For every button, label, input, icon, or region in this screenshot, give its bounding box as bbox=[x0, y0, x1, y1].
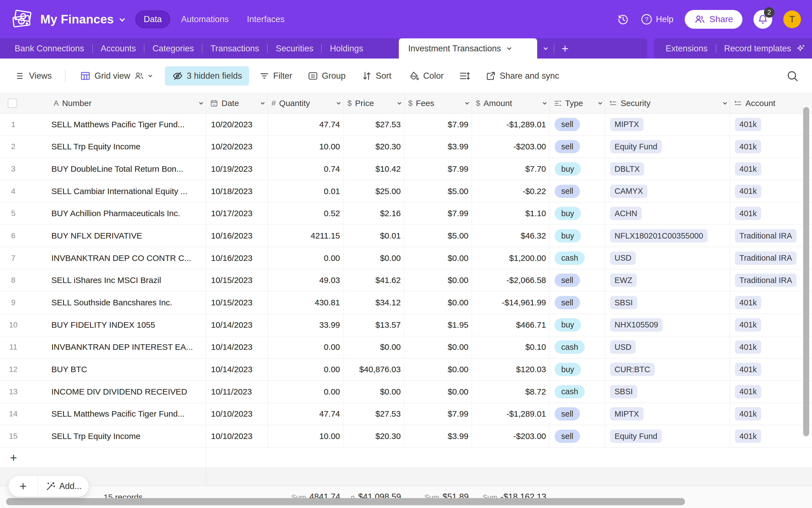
cell-account[interactable]: 401k bbox=[730, 180, 812, 202]
cell-security[interactable]: USD bbox=[605, 247, 730, 269]
cell-account[interactable]: 401k bbox=[730, 114, 812, 135]
cell-type[interactable]: sell bbox=[550, 136, 605, 158]
cell-type[interactable]: buy bbox=[550, 314, 605, 336]
cell-fees[interactable]: $0.00 bbox=[404, 247, 472, 269]
cell-number[interactable]: SELL Trp Equity Income bbox=[50, 136, 206, 158]
cell-type[interactable]: buy bbox=[550, 225, 605, 247]
column-header-quantity[interactable]: # Quantity bbox=[268, 93, 343, 113]
cell-price[interactable]: $34.12 bbox=[343, 292, 404, 313]
cell-number[interactable]: SELL Matthews Pacific Tiger Fund... bbox=[50, 403, 206, 425]
cell-fees[interactable]: $3.99 bbox=[404, 425, 472, 447]
group-button[interactable]: Group bbox=[308, 71, 346, 81]
cell-number[interactable]: INVBANKTRAN DEP CO CONTR C... bbox=[50, 247, 206, 269]
cell-price[interactable]: $13.57 bbox=[343, 314, 404, 336]
cell-number[interactable]: SELL iShares Inc MSCI Brazil bbox=[50, 269, 206, 292]
share-button[interactable]: Share bbox=[685, 10, 742, 29]
history-icon[interactable] bbox=[617, 13, 630, 26]
avatar[interactable]: T bbox=[783, 10, 801, 28]
column-menu-chevron-icon[interactable] bbox=[398, 101, 401, 104]
cell-security[interactable]: NHX105509 bbox=[605, 314, 730, 336]
cell-account[interactable]: Traditional IRA bbox=[730, 225, 812, 247]
cell-security[interactable]: SBSI bbox=[605, 292, 730, 313]
row-number-cell[interactable]: 7 bbox=[0, 247, 50, 269]
cell-date[interactable]: 10/17/2023 bbox=[206, 203, 268, 225]
cell-quantity[interactable]: 47.74 bbox=[268, 114, 343, 135]
cell-date[interactable]: 10/20/2023 bbox=[206, 136, 268, 158]
cell-fees[interactable]: $7.99 bbox=[404, 203, 472, 225]
cell-price[interactable]: $0.00 bbox=[343, 247, 404, 269]
cell-account[interactable]: 401k bbox=[730, 425, 812, 447]
cell-fees[interactable]: $0.00 bbox=[404, 292, 472, 313]
nav-tab-data[interactable]: Data bbox=[135, 10, 170, 28]
cell-date[interactable]: 10/14/2023 bbox=[206, 314, 268, 336]
cell-quantity[interactable]: 33.99 bbox=[268, 314, 343, 336]
cell-amount[interactable]: $1,200.00 bbox=[472, 247, 550, 269]
share-and-sync-button[interactable]: Share and sync bbox=[486, 71, 559, 81]
sort-button[interactable]: Sort bbox=[362, 71, 391, 81]
cell-price[interactable]: $40,876.03 bbox=[343, 358, 404, 380]
row-number-cell[interactable]: 2 bbox=[0, 136, 50, 158]
cell-type[interactable]: buy bbox=[550, 358, 605, 380]
cell-amount[interactable]: $0.10 bbox=[472, 336, 550, 358]
cell-date[interactable]: 10/14/2023 bbox=[206, 336, 268, 358]
cell-number[interactable]: SELL Trp Equity Income bbox=[50, 425, 206, 447]
cell-fees[interactable]: $7.99 bbox=[404, 403, 472, 425]
cell-date[interactable]: 10/16/2023 bbox=[206, 247, 268, 269]
cell-type[interactable]: buy bbox=[550, 158, 605, 180]
extensions-button[interactable]: Extensions bbox=[665, 44, 707, 53]
cell-price[interactable]: $2.16 bbox=[343, 203, 404, 225]
column-menu-chevron-icon[interactable] bbox=[337, 101, 340, 104]
cell-type[interactable]: sell bbox=[550, 269, 605, 292]
tab-transactions[interactable]: Transactions bbox=[210, 44, 259, 53]
column-header-price[interactable]: $ Price bbox=[343, 93, 404, 113]
cell-price[interactable]: $20.30 bbox=[343, 425, 404, 447]
cell-fees[interactable]: $5.00 bbox=[404, 225, 472, 247]
cell-security[interactable]: MIPTX bbox=[605, 403, 730, 425]
cell-number[interactable]: SELL Cambiar International Equity ... bbox=[50, 180, 206, 202]
cell-number[interactable]: BUY DoubleLine Total Return Bon... bbox=[50, 158, 206, 180]
cell-amount[interactable]: -$1,289.01 bbox=[472, 114, 550, 135]
tab-categories[interactable]: Categories bbox=[153, 44, 194, 53]
cell-date[interactable]: 10/18/2023 bbox=[206, 180, 268, 202]
cell-number[interactable]: BUY NFLX DERIVATIVE bbox=[50, 225, 206, 247]
cell-quantity[interactable]: 0.00 bbox=[268, 247, 343, 269]
column-header-security[interactable]: Security bbox=[605, 93, 730, 113]
help-button[interactable]: ? Help bbox=[641, 13, 674, 26]
row-number-cell[interactable]: 15 bbox=[0, 425, 50, 447]
cell-quantity[interactable]: 0.00 bbox=[268, 358, 343, 380]
column-header-amount[interactable]: $ Amount bbox=[472, 93, 550, 113]
cell-number[interactable]: BUY Achillion Pharmaceuticals Inc. bbox=[50, 203, 206, 225]
cell-quantity[interactable]: 47.74 bbox=[268, 403, 343, 425]
cell-type[interactable]: cash bbox=[550, 336, 605, 358]
cell-quantity[interactable]: 4211.15 bbox=[268, 225, 343, 247]
cell-fees[interactable]: $0.00 bbox=[404, 358, 472, 380]
cell-account[interactable]: 401k bbox=[730, 203, 812, 225]
tab-bank-connections[interactable]: Bank Connections bbox=[15, 44, 84, 53]
cell-price[interactable]: $0.00 bbox=[343, 381, 404, 403]
cell-price[interactable]: $27.53 bbox=[343, 403, 404, 425]
cell-fees[interactable]: $5.00 bbox=[404, 180, 472, 202]
cell-security[interactable]: MIPTX bbox=[605, 114, 730, 135]
cell-amount[interactable]: -$203.00 bbox=[472, 425, 550, 447]
row-number-cell[interactable]: 4 bbox=[0, 180, 50, 202]
cell-type[interactable]: cash bbox=[550, 247, 605, 269]
nav-tab-automations[interactable]: Automations bbox=[174, 10, 236, 28]
cell-amount[interactable]: $46.32 bbox=[472, 225, 550, 247]
cell-number[interactable]: BUY BTC bbox=[50, 358, 206, 380]
cell-account[interactable]: 401k bbox=[730, 403, 812, 425]
cell-amount[interactable]: -$203.00 bbox=[472, 136, 550, 158]
horizontal-scrollbar[interactable] bbox=[6, 498, 685, 505]
cell-security[interactable]: NFLX180201C00355000 bbox=[605, 225, 730, 247]
tab-accounts[interactable]: Accounts bbox=[101, 44, 136, 53]
cell-type[interactable]: buy bbox=[550, 203, 605, 225]
cell-quantity[interactable]: 0.00 bbox=[268, 381, 343, 403]
cell-quantity[interactable]: 0.01 bbox=[268, 180, 343, 202]
row-number-cell[interactable]: 10 bbox=[0, 314, 50, 336]
cell-type[interactable]: sell bbox=[550, 180, 605, 202]
cell-account[interactable]: Traditional IRA bbox=[730, 247, 812, 269]
cell-security[interactable]: CUR:BTC bbox=[605, 358, 730, 380]
cell-price[interactable]: $25.00 bbox=[343, 180, 404, 202]
cell-price[interactable]: $0.00 bbox=[343, 336, 404, 358]
row-number-cell[interactable]: 5 bbox=[0, 203, 50, 225]
row-number-cell[interactable]: 11 bbox=[0, 336, 50, 358]
